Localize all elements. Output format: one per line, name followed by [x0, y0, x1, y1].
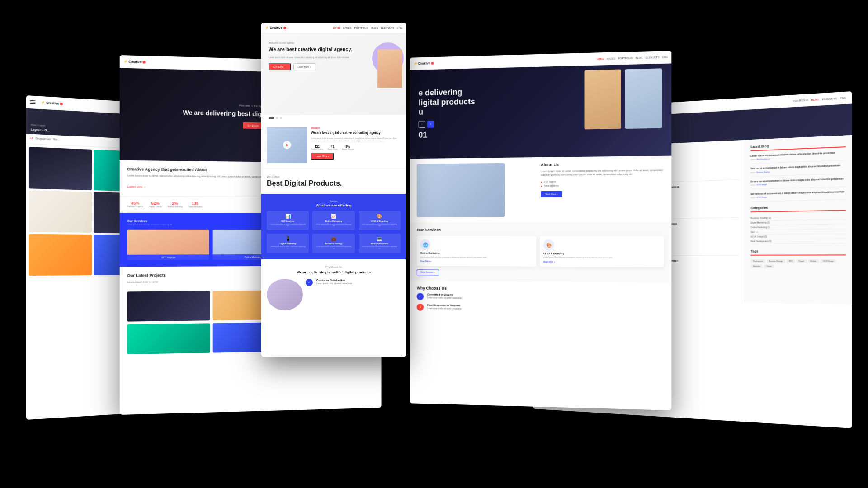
- tag-3[interactable]: Drupal: [797, 259, 807, 263]
- right-about-btn[interactable]: Start More +: [541, 191, 562, 197]
- nav-eng[interactable]: ENG: [662, 56, 668, 58]
- right-about-text-block: About Us Lorem ipsum dolor sit amet, con…: [541, 161, 664, 217]
- why-items: ✓ Customer Satisfaction Lorem ipsum dolo…: [306, 279, 352, 290]
- marketing-icon: 📈: [315, 214, 352, 219]
- category-5[interactable]: Web Development (3): [750, 239, 846, 244]
- projects-title: Our Latest Projects: [127, 273, 166, 278]
- portfolio-item-1[interactable]: [29, 147, 92, 190]
- next-arrow[interactable]: ›: [427, 121, 434, 128]
- uiux-desc: Lorem ipsum dolor sit amet consectetur a…: [361, 223, 398, 228]
- center-logo: ⚡ Creative: [265, 26, 286, 30]
- project-item-4[interactable]: [127, 323, 210, 354]
- hero-cta-button[interactable]: Get Quote: [243, 122, 263, 129]
- services-subtitle: Services: [267, 200, 401, 202]
- about-learn-more-btn[interactable]: Learn More +: [311, 153, 334, 160]
- tag-4[interactable]: Website: [808, 259, 819, 263]
- nav-home[interactable]: HOME: [596, 57, 604, 60]
- tag-2[interactable]: SEO: [787, 259, 795, 263]
- service-strategy[interactable]: 💼 Business Strategy Lorem ipsum dolor si…: [312, 234, 354, 253]
- sidebar-post-1: Vero nos at accusmamset et labore dolore…: [750, 164, 846, 177]
- right-service-name-0: Online Marketing: [420, 252, 533, 255]
- right-service-btn-0[interactable]: Read More +: [420, 260, 533, 263]
- stat-num-3: 135: [188, 202, 202, 206]
- right-why-section: Why Choose Us ✓ Commited to Quality Lore…: [410, 281, 671, 323]
- webdev-desc: Lorem ipsum dolor sit amet consectetur a…: [361, 246, 398, 250]
- center-hero: Welcome to the agency We are best creati…: [261, 33, 406, 115]
- nav-arrows: ‹ ›: [419, 120, 475, 128]
- nav-elements[interactable]: ELEMENTS: [822, 97, 837, 100]
- portfolio-img-tv: [29, 234, 92, 276]
- filter-all[interactable]: All: [30, 137, 33, 141]
- service-card-seo[interactable]: SEO Analysis: [127, 230, 209, 260]
- tag-6[interactable]: Marketing: [750, 264, 763, 268]
- right-why-items: ✓ Commited to Quality Lorem ipsum dolor …: [417, 293, 664, 314]
- nav-eng[interactable]: ENG: [397, 27, 402, 29]
- nav-elements[interactable]: ELEMENTS: [646, 56, 660, 59]
- hero-btn2[interactable]: Learn More +: [293, 63, 315, 70]
- tag-0[interactable]: Development: [750, 259, 765, 263]
- nav-home[interactable]: HOME: [333, 27, 340, 29]
- more-services-btn[interactable]: More Services +: [417, 269, 439, 275]
- filter-bra[interactable]: Bra...: [53, 138, 59, 142]
- explore-more-link[interactable]: Explore More →: [127, 185, 146, 188]
- play-button[interactable]: ▶: [283, 141, 291, 149]
- strategy-name: Business Strategy: [315, 243, 352, 245]
- portfolio-logo: ⚡ Creative: [41, 101, 63, 106]
- services-title: Our Services: [127, 220, 172, 223]
- nav-blog[interactable]: BLOG: [811, 98, 819, 101]
- tag-5[interactable]: UI UX Design: [821, 259, 836, 263]
- hamburger-icon[interactable]: [30, 100, 35, 104]
- right-service-btn-1[interactable]: Read More +: [543, 261, 660, 263]
- tag-7[interactable]: Design: [764, 265, 774, 268]
- categories-list: Business Strategy (3) Digital Marketing …: [750, 215, 846, 244]
- portfolio-item-5[interactable]: [29, 234, 92, 276]
- portfolio-item-3[interactable]: [29, 190, 92, 233]
- dot-1[interactable]: [269, 117, 274, 119]
- nav-blog[interactable]: BLOG: [636, 56, 643, 59]
- webdev-name: Web Development: [361, 243, 398, 245]
- stat-label-3: Team Members: [188, 206, 202, 208]
- service-online-marketing[interactable]: 📈 Online Marketing Lorem ipsum dolor sit…: [312, 211, 354, 230]
- person-sim: [377, 49, 402, 88]
- dot-2[interactable]: [276, 117, 278, 119]
- service-uiux[interactable]: 🎨 UI UX & Branding Lorem ipsum dolor sit…: [359, 211, 401, 230]
- nav-elements[interactable]: ELEMENTS: [381, 27, 394, 29]
- filter-development[interactable]: Development: [36, 137, 51, 142]
- nav-pages[interactable]: PAGES: [607, 57, 615, 60]
- nav-blog[interactable]: BLOG: [371, 27, 378, 29]
- nav-portfolio[interactable]: PORTFOLIO: [354, 27, 368, 29]
- why-choose-center: Why Choose Us We are delivering beautifu…: [261, 259, 406, 316]
- nav-pages[interactable]: PAGES: [343, 27, 352, 29]
- about-stat-0: 121 Finished Projects: [311, 145, 323, 150]
- right-hero-title: e delivering ligital products u: [419, 87, 475, 117]
- service-seo[interactable]: 📊 SEO Analysis Lorem ipsum dolor sit ame…: [267, 211, 309, 230]
- about-stats: 121 Finished Projects 43 Happy Clients 9…: [311, 145, 401, 150]
- why-item-0: ✓ Customer Satisfaction Lorem ipsum dolo…: [306, 279, 352, 286]
- services-desc: Lorem ipsum dolor sit amet, consectetur …: [127, 224, 172, 226]
- right-about-list: ● 24/7 Support ● Serve old library: [541, 179, 664, 187]
- why-choose-img: [267, 279, 303, 310]
- stat-label-0: Finished Projects: [127, 206, 143, 208]
- service-digital[interactable]: 📱 Digital Marketing Lorem ipsum dolor si…: [267, 234, 309, 253]
- tags-title: Tags: [750, 249, 846, 256]
- people-working-img: [417, 163, 505, 217]
- dot-3[interactable]: [280, 117, 282, 119]
- right-service-1[interactable]: 🎨 UI UX & Branding Lorem ipsum dolor sit…: [540, 236, 664, 267]
- uiux-icon: 🎨: [361, 214, 398, 219]
- prev-arrow[interactable]: ‹: [419, 121, 425, 128]
- right-why-item-title-1: Fast Response to Request: [427, 304, 462, 307]
- stat-team: 135 Team Members: [188, 202, 202, 208]
- right-why-item-title-0: Commited to Quality: [427, 293, 462, 296]
- nav-portfolio[interactable]: PORTFOLIO: [793, 99, 808, 102]
- stat-num-0: 45%: [127, 201, 143, 206]
- right-service-0[interactable]: 🌐 Online Marketing Lorem ipsum dolor sit…: [417, 236, 536, 267]
- tag-1[interactable]: Business Strategy: [767, 259, 785, 263]
- service-web-dev[interactable]: 💻 Web Development Lorem ipsum dolor sit …: [359, 234, 401, 253]
- blog-sidebar: Latest Blog Lorem wisi et accusmamset et…: [745, 135, 852, 304]
- project-item-1[interactable]: [127, 291, 210, 321]
- stat-num-1: 52%: [149, 201, 162, 206]
- about-stat-num-1: 43: [328, 145, 338, 148]
- hero-btn1[interactable]: Get Quote →: [269, 63, 291, 70]
- nav-eng[interactable]: ENG: [840, 96, 846, 99]
- nav-portfolio[interactable]: PORTFOLIO: [618, 56, 632, 60]
